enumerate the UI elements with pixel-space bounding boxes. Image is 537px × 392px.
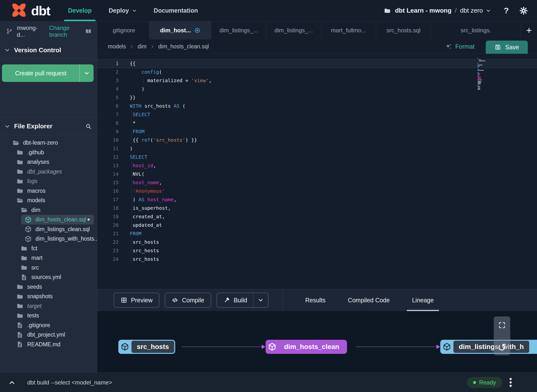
tree-item[interactable]: tests [0, 311, 97, 321]
create-pr-label[interactable]: Create pull request [2, 64, 79, 82]
compile-button[interactable]: Compile [165, 293, 211, 308]
tree-item[interactable]: analyses [0, 157, 97, 167]
code-line[interactable]: 3 materialized = 'view', [97, 76, 537, 85]
tree-item[interactable]: .github [0, 148, 97, 157]
code-line[interactable]: 24 src_hosts [97, 255, 537, 263]
code-line[interactable]: 2 config( [97, 68, 537, 76]
account-name[interactable]: dbt Learn - mwong [395, 7, 451, 14]
new-tab-button[interactable] [521, 21, 537, 39]
breadcrumb-item[interactable]: dim [138, 43, 147, 50]
format-button[interactable]: Format [445, 43, 475, 50]
change-branch-link[interactable]: Change branch [49, 25, 85, 38]
create-pr-dropdown[interactable] [79, 64, 94, 82]
code-line[interactable]: 8 * [97, 119, 537, 127]
lineage-node[interactable]: src_hosts [118, 340, 175, 354]
tree-item[interactable]: snapshots [0, 292, 97, 301]
editor-tab[interactable]: mart_fullmo... [321, 21, 376, 39]
code-line[interactable]: 19 created_at, [97, 212, 537, 221]
tree-item[interactable]: dim_listings_clean.sql [0, 225, 97, 234]
tree-item[interactable]: seeds [0, 282, 97, 292]
result-tab-compiled-code[interactable]: Compiled Code [341, 289, 397, 311]
breadcrumb-item[interactable]: dim_hosts_clean.sql [158, 43, 209, 50]
code-line[interactable]: 21FROM [97, 229, 537, 238]
tree-item-label: .github [27, 149, 44, 156]
editor-tab[interactable]: src_hosts.sql [376, 21, 431, 39]
nav-item-deploy[interactable]: Deploy [109, 0, 137, 21]
minimap[interactable] [477, 58, 495, 90]
code-line[interactable]: 1{{ [97, 59, 537, 68]
breadcrumb-item[interactable]: models [108, 43, 126, 50]
lineage-node[interactable]: dim_listings_with_h [440, 340, 537, 354]
code-line[interactable]: 16 'Anonymous' [97, 187, 537, 195]
tree-item[interactable]: target [0, 301, 97, 311]
lineage-canvas[interactable]: ↺ src_hostsdim_hosts_cleandim_listings_w… [97, 311, 537, 373]
help-icon[interactable]: ? [504, 6, 509, 15]
tree-item[interactable]: dim [0, 205, 97, 215]
search-icon[interactable] [85, 123, 92, 130]
code-line[interactable]: 10 {{ ref('src_hosts') }} [97, 136, 537, 144]
build-dropdown[interactable] [253, 293, 268, 307]
tree-item[interactable]: macros [0, 186, 97, 196]
code-line[interactable]: 23 src_hosts [97, 246, 537, 255]
fullscreen-icon[interactable] [498, 321, 506, 329]
tree-item[interactable]: fct [0, 244, 97, 253]
code-line[interactable]: 15 host_name, [97, 178, 537, 187]
code-line[interactable]: 20 updated_at [97, 221, 537, 229]
project-name[interactable]: dbt zero [460, 7, 483, 14]
save-button[interactable]: Save [486, 41, 528, 54]
tree-item[interactable]: README.md [0, 340, 97, 349]
tree-item[interactable]: src [0, 263, 97, 273]
version-control-header[interactable]: Version Control [0, 41, 97, 59]
tree-item[interactable]: dim_hosts_clean.sql [21, 215, 94, 225]
tree-item[interactable]: dim_listings_with_hosts... [0, 234, 97, 244]
code-line[interactable]: 18 is_superhost, [97, 204, 537, 212]
book-icon[interactable] [85, 28, 92, 35]
kebab-menu-icon[interactable] [510, 378, 512, 387]
editor-tab[interactable]: src_listings. [431, 21, 521, 39]
brand[interactable]: dbt [10, 1, 50, 20]
editor-tab[interactable]: dim_host... [149, 21, 211, 39]
line-number: 15 [97, 178, 119, 187]
chevron-down-icon[interactable] [4, 47, 10, 53]
tree-item[interactable]: logs [0, 176, 97, 186]
code-line[interactable]: 17 ) AS host_name, [97, 195, 537, 204]
code-line[interactable]: 4 ) [97, 85, 537, 93]
tree-item[interactable]: dbt_project.yml [0, 330, 97, 340]
code-editor[interactable]: 1{{2 config(3 materialized = 'view',4 )5… [97, 54, 537, 289]
tree-item[interactable]: mart [0, 253, 97, 263]
code-line[interactable]: 9 FROM [97, 127, 537, 136]
editor-tab[interactable]: dim_listings_... [266, 21, 321, 39]
chevron-up-icon[interactable] [8, 379, 16, 386]
gear-icon[interactable] [520, 7, 528, 15]
tree-item[interactable]: dbt-learn-zero [0, 138, 97, 148]
code-line[interactable]: 5}} [97, 93, 537, 102]
code-line[interactable]: 7 SELECT [97, 110, 537, 119]
result-tab-lineage[interactable]: Lineage [405, 289, 441, 311]
result-tab-results[interactable]: Results [298, 289, 332, 311]
code-line[interactable]: 6WITH src_hosts AS ( [97, 102, 537, 110]
code-line[interactable]: 13 host_id, [97, 161, 537, 170]
chevron-down-icon[interactable] [4, 123, 10, 129]
nav-item-develop[interactable]: Develop [68, 0, 92, 21]
chevron-right-icon [150, 44, 155, 49]
chevron-down-icon[interactable] [486, 8, 491, 13]
code-line[interactable]: 11) [97, 144, 537, 153]
preview-button[interactable]: Preview [114, 293, 159, 308]
tree-item[interactable]: models [0, 196, 97, 205]
lineage-node[interactable]: dim_hosts_clean [266, 340, 347, 354]
editor-tab[interactable]: dim_listings_... [211, 21, 266, 39]
reset-view-icon[interactable]: ↺ [498, 342, 507, 353]
code-line[interactable]: 14 NVL( [97, 170, 537, 178]
nav-item-documentation[interactable]: Documentation [154, 0, 198, 21]
code-line[interactable]: 12SELECT [97, 153, 537, 161]
create-pull-request-button[interactable]: Create pull request [2, 64, 94, 82]
build-button[interactable]: Build [217, 293, 269, 308]
line-number: 8 [97, 119, 119, 127]
tree-item[interactable]: sources.yml [0, 272, 97, 282]
code-line[interactable]: 22 src_hosts [97, 238, 537, 246]
tree-item[interactable]: .gitignore [0, 321, 97, 330]
editor-tab[interactable]: .gitignore [97, 21, 149, 39]
file-explorer-header[interactable]: File Explorer [0, 117, 97, 135]
tree-item[interactable]: dbt_packages [0, 167, 97, 177]
command-input[interactable]: dbt build --select <model_name> [27, 379, 112, 386]
